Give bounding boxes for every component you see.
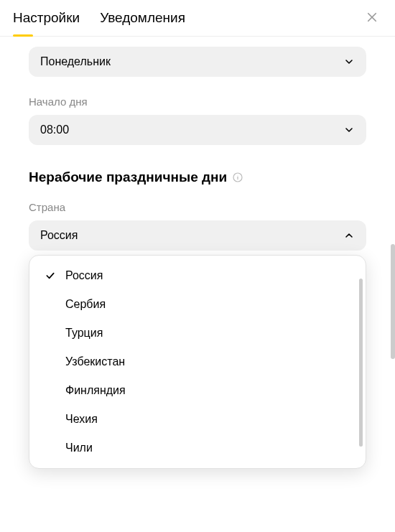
tab-settings[interactable]: Настройки (13, 10, 80, 36)
dropdown-item[interactable]: Узбекистан (32, 347, 356, 376)
country-label: Страна (29, 201, 366, 213)
week-start-select[interactable]: Понедельник (29, 47, 366, 77)
select-value: Россия (40, 229, 78, 242)
tab-underline (13, 34, 33, 37)
tab-notifications[interactable]: Уведомления (100, 10, 185, 36)
dropdown-item-label: Турция (65, 327, 103, 340)
dropdown-item-label: Россия (65, 269, 103, 282)
dropdown-item-label: Финляндия (65, 384, 126, 397)
dropdown-item[interactable]: Сербия (32, 290, 356, 319)
chevron-down-icon (343, 124, 355, 136)
dropdown-item[interactable]: Чехия (32, 405, 356, 434)
content: Понедельник Начало дня 08:00 Нерабочие п… (0, 47, 395, 251)
dropdown-item[interactable]: Финляндия (32, 376, 356, 405)
country-select-wrap: Россия РоссияСербияТурцияУзбекистанФинля… (29, 220, 366, 251)
info-icon[interactable] (231, 171, 244, 184)
dropdown-item-label: Сербия (65, 298, 106, 311)
chevron-down-icon (343, 56, 355, 67)
chevron-up-icon (343, 230, 355, 241)
day-start-field: Начало дня 08:00 (29, 95, 366, 145)
country-field: Страна Россия РоссияСербияТурцияУзбекист… (29, 201, 366, 251)
select-value: 08:00 (40, 123, 69, 136)
check-icon (44, 270, 57, 281)
close-icon (366, 11, 378, 27)
dropdown-item-label: Чили (65, 442, 93, 454)
dropdown-item[interactable]: Турция (32, 319, 356, 347)
select-value: Понедельник (40, 55, 111, 68)
dropdown-item[interactable]: Россия (32, 261, 356, 290)
dropdown-item-label: Чехия (65, 413, 98, 426)
page-scrollbar[interactable] (391, 244, 395, 359)
dropdown-list: РоссияСербияТурцияУзбекистанФинляндияЧех… (32, 261, 363, 462)
dropdown-item[interactable]: Чили (32, 434, 356, 462)
tab-label: Настройки (13, 10, 80, 25)
week-start-field: Понедельник (29, 47, 366, 77)
dropdown-item-label: Узбекистан (65, 355, 125, 368)
section-title: Нерабочие праздничные дни (29, 169, 227, 185)
holidays-section-header: Нерабочие праздничные дни (29, 169, 366, 185)
day-start-label: Начало дня (29, 95, 366, 108)
tabs: Настройки Уведомления (13, 10, 185, 36)
dropdown-scrollbar[interactable] (359, 279, 363, 447)
header: Настройки Уведомления (0, 0, 395, 37)
country-dropdown: РоссияСербияТурцияУзбекистанФинляндияЧех… (29, 255, 366, 469)
tab-label: Уведомления (100, 10, 185, 25)
svg-point-4 (238, 175, 238, 176)
day-start-select[interactable]: 08:00 (29, 115, 366, 145)
close-button[interactable] (362, 9, 382, 29)
country-select[interactable]: Россия (29, 220, 366, 251)
